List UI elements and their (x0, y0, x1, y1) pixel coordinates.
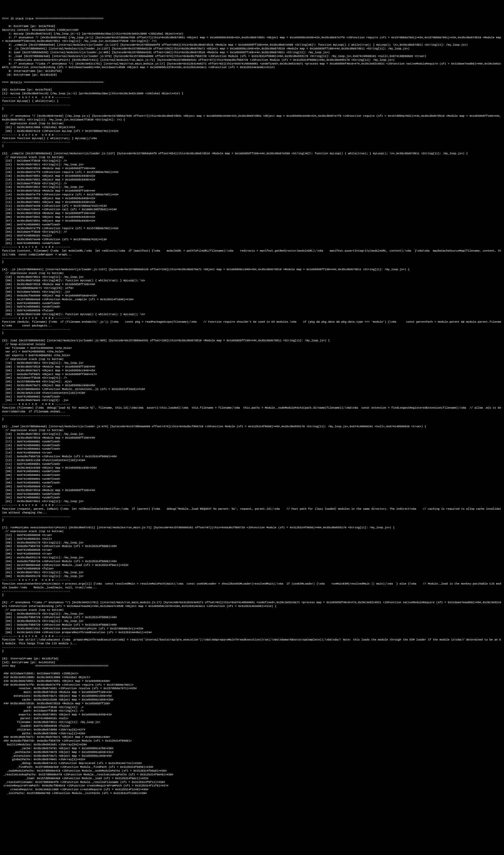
js-stack-trace-output: ==== JS stack trace ====================… (2, 17, 502, 795)
